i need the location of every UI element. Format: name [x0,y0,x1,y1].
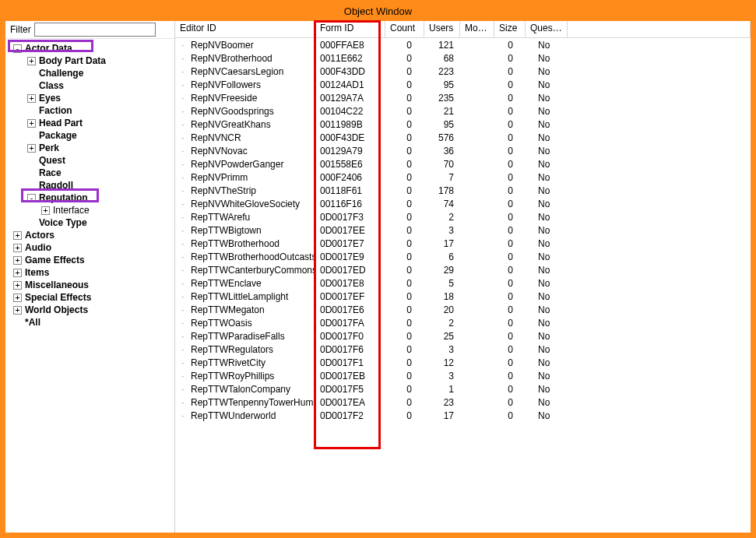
cell-form: 0D0017F2 [315,410,385,421]
table-row[interactable]: RepTTWUnderworld0D0017F20170No [175,409,751,422]
table-row[interactable]: RepTTWLittleLamplight0D0017EF0180No [175,290,751,303]
expand-icon[interactable]: + [27,94,36,103]
table-row[interactable]: RepTTWArefu0D0017F3020No [175,210,751,223]
expand-icon[interactable]: + [41,206,50,215]
cell-quest: No [526,251,564,262]
cell-size: 0 [494,238,526,249]
table-row[interactable]: RepNVBrotherhood0011E6620680No [175,51,751,65]
cell-form: 000F2406 [315,172,385,183]
cell-size: 0 [494,278,526,289]
cell-editor: RepNVNovac [175,146,315,156]
tree-item[interactable]: +Eyes [7,92,173,104]
col-header-editor-id[interactable]: Editor ID [175,21,315,37]
table-row[interactable]: RepNVFreeside00129A7A02350No [175,91,751,104]
cell-count: 0 [385,371,424,382]
tree-item[interactable]: Voice Type [7,216,173,229]
listview-body[interactable]: RepNVBoomer000FFAE801210NoRepNVBrotherho… [175,38,751,533]
tree-item[interactable]: Race [7,167,173,179]
col-header-users[interactable]: Users [424,21,460,37]
table-row[interactable]: RepNVFollowers00124AD10950No [175,78,751,91]
client-area: Filter -Actor Data+Body Part DataChallen… [5,21,751,533]
table-row[interactable]: RepTTWRivetCity0D0017F10120No [175,356,751,369]
table-row[interactable]: RepTTWBrotherhoodOutcasts0D0017E9060No [175,250,751,263]
table-row[interactable]: RepTTWOasis0D0017FA020No [175,316,751,329]
expand-icon[interactable]: + [13,256,22,265]
table-row[interactable]: RepTTWRoyPhillips0D0017EB030No [175,369,751,382]
tree-item[interactable]: +Miscellaneous [7,279,173,291]
table-row[interactable]: RepTTWBrotherhood0D0017E70170No [175,237,751,250]
table-row[interactable]: RepNVGoodsprings00104C220210No [175,104,751,118]
cell-quest: No [526,291,564,302]
collapse-icon[interactable]: - [27,194,36,202]
table-row[interactable]: RepNVWhiteGloveSociety00116F160740No [175,197,751,210]
expand-icon[interactable]: + [27,57,36,65]
expand-icon[interactable]: + [13,294,22,302]
tree-item-label: Game Effects [25,255,85,265]
table-row[interactable]: RepNVNovac00129A790360No [175,144,751,157]
table-row[interactable]: RepTTWBigtown0D0017EE030No [175,223,751,237]
expand-icon[interactable]: + [13,281,22,290]
table-row[interactable]: RepNVBoomer000FFAE801210No [175,38,751,51]
tree-item[interactable]: +Actors [7,229,173,241]
cell-users: 235 [424,93,460,104]
table-row[interactable]: RepNVPowderGanger001558E60700No [175,157,751,171]
tree-item[interactable]: +Body Part Data [7,55,173,67]
tree-item[interactable]: +Interface [7,204,173,216]
cell-size: 0 [494,384,526,395]
tree-item[interactable]: +Perk [7,142,173,154]
tree-item[interactable]: Class [7,79,173,92]
filter-input[interactable] [34,23,156,37]
cell-quest: No [526,318,564,329]
col-header-quest[interactable]: Quest... [526,21,568,37]
collapse-icon[interactable]: - [13,44,22,53]
table-row[interactable]: RepTTWEnclave0D0017E8050No [175,276,751,290]
expand-icon[interactable]: + [27,144,36,153]
col-header-form-id[interactable]: Form ID [315,21,385,37]
table-row[interactable]: RepNVNCR000F43DE05760No [175,131,751,144]
tree-item[interactable]: Package [7,129,173,142]
expand-icon[interactable]: + [13,269,22,277]
tree-item[interactable]: -Reputation [7,192,173,204]
tree-item[interactable]: Faction [7,104,173,117]
tree-item[interactable]: Ragdoll [7,179,173,192]
tree-item[interactable]: -Actor Data [7,42,173,55]
tree-item[interactable]: +Items [7,266,173,279]
category-tree[interactable]: -Actor Data+Body Part DataChallengeClass… [5,39,174,533]
cell-form: 00129A7A [315,93,385,104]
tree-item-label: Eyes [39,93,61,104]
col-header-size[interactable]: Size [494,21,526,37]
tree-item[interactable]: +Audio [7,241,173,254]
table-row[interactable]: RepNVTheStrip00118F6101780No [175,184,751,197]
tree-item[interactable]: +Game Effects [7,254,173,266]
cell-editor: RepTTWBrotherhood [175,238,315,249]
cell-count: 0 [385,344,424,355]
table-row[interactable]: RepTTWCanterburyCommons0D0017ED0290No [175,263,751,276]
col-header-model[interactable]: Model [460,21,494,37]
tree-item[interactable]: *All [7,316,173,329]
col-header-count[interactable]: Count [385,21,424,37]
table-row[interactable]: RepTTWRegulators0D0017F6030No [175,343,751,356]
expand-icon[interactable]: + [13,244,22,252]
cell-editor: RepTTWUnderworld [175,410,315,421]
cell-users: 21 [424,106,460,117]
tree-item[interactable]: Challenge [7,67,173,79]
cell-editor: RepTTWCanterburyCommons [175,265,315,276]
expand-icon[interactable]: + [13,231,22,240]
tree-item[interactable]: Quest [7,154,173,167]
tree-item[interactable]: +Special Effects [7,291,173,304]
table-row[interactable]: RepTTWTenpennyTowerHuman0D0017EA0230No [175,396,751,409]
expand-icon[interactable]: + [13,306,22,315]
tree-item-label: Interface [53,205,90,216]
table-row[interactable]: RepTTWParadiseFalls0D0017F00250No [175,329,751,343]
table-row[interactable]: RepNVCaesarsLegion000F43DD02230No [175,65,751,78]
cell-form: 001558E6 [315,159,385,170]
table-row[interactable]: RepTTWTalonCompany0D0017F5010No [175,382,751,396]
table-row[interactable]: RepNVPrimm000F2406070No [175,171,751,184]
cell-size: 0 [494,357,526,368]
table-row[interactable]: RepTTWMegaton0D0017E60200No [175,303,751,316]
tree-item[interactable]: +World Objects [7,304,173,316]
cell-quest: No [526,304,564,315]
expand-icon[interactable]: + [27,119,36,128]
table-row[interactable]: RepNVGreatKhans0011989B0950No [175,118,751,131]
tree-item[interactable]: +Head Part [7,117,173,129]
